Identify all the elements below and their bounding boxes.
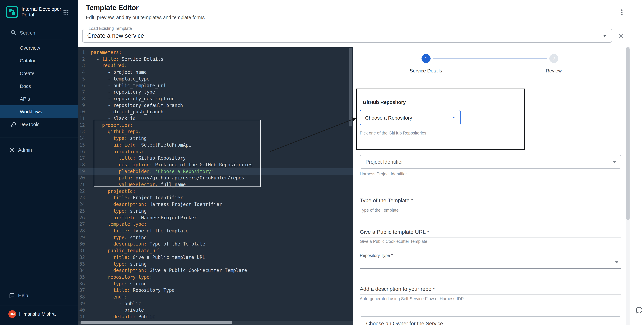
code-text: valueSelector: full_name <box>85 181 186 188</box>
code-line-8[interactable]: 8 - repositoty_description <box>78 96 354 102</box>
code-line-19[interactable]: 19 placeholder: 'Choose a Repository' <box>78 168 354 175</box>
dropdown-caret-icon <box>615 261 618 263</box>
sidebar-item-apis[interactable]: APIs <box>0 93 78 105</box>
code-line-14[interactable]: 14 type: string <box>78 135 354 142</box>
sidebar-item-overview[interactable]: Overview <box>0 41 78 54</box>
sidebar-search[interactable]: Search <box>10 29 35 36</box>
sidebar-item-workflows[interactable]: Workflows <box>0 105 78 118</box>
code-line-7[interactable]: 7 - repository_type <box>78 89 354 95</box>
repo-description-field[interactable]: Add a description to your repo * <box>360 286 435 292</box>
code-line-40[interactable]: 40 - private <box>78 307 354 314</box>
sidebar-item-help[interactable]: Help <box>0 289 78 302</box>
code-line-3[interactable]: 3 required: <box>78 62 354 69</box>
line-number: 25 <box>78 208 85 215</box>
sidebar-nav: OverviewCatalogCreateDocsAPIsWorkflows <box>0 41 78 118</box>
code-line-34[interactable]: 34 description: Give a Public Cookiecutt… <box>78 267 354 274</box>
line-number: 16 <box>78 148 85 155</box>
support-chat-icon[interactable] <box>635 306 643 314</box>
line-number: 34 <box>78 267 85 274</box>
devtools-label: DevTools <box>20 122 40 127</box>
code-line-32[interactable]: 32 title: Give a Public template URL <box>78 254 354 261</box>
line-number: 21 <box>78 181 85 188</box>
code-line-38[interactable]: 38 enum: <box>78 294 354 300</box>
line-number: 6 <box>78 82 85 89</box>
code-line-11[interactable]: 11 - slack_id <box>78 115 354 122</box>
search-icon <box>10 29 16 36</box>
sidebar-item-create[interactable]: Create <box>0 67 78 80</box>
code-text: type: string <box>85 261 147 267</box>
stepper-label-service-details: Service Details <box>399 68 453 73</box>
code-line-1[interactable]: 1parameters: <box>78 49 354 56</box>
code-line-17[interactable]: 17 title: GitHub Repository <box>78 155 354 162</box>
dropdown-caret-icon <box>603 35 606 37</box>
code-text: template_type: <box>85 221 147 228</box>
yaml-editor[interactable]: 1parameters:2 - title: Service Details3 … <box>78 47 354 325</box>
repository-type-underline[interactable] <box>360 268 621 269</box>
code-line-20[interactable]: 20 path: proxy/github-api/users/OrkoHunt… <box>78 175 354 181</box>
github-repository-select-value: Choose a Repository <box>365 115 412 120</box>
code-line-29[interactable]: 29 type: string <box>78 234 354 241</box>
line-number: 39 <box>78 300 85 307</box>
editor-horizontal-scrollbar-track[interactable] <box>78 321 354 325</box>
code-line-5[interactable]: 5 - template_type <box>78 76 354 82</box>
code-line-33[interactable]: 33 type: string <box>78 261 354 267</box>
code-line-25[interactable]: 25 type: string <box>78 208 354 215</box>
sidebar-item-catalog[interactable]: Catalog <box>0 54 78 67</box>
template-type-field[interactable]: Type of the Template * <box>360 198 413 204</box>
line-number: 10 <box>78 109 85 115</box>
code-line-9[interactable]: 9 - repository_default_branch <box>78 102 354 109</box>
code-lines: 1parameters:2 - title: Service Details3 … <box>78 49 354 325</box>
code-line-18[interactable]: 18 description: Pick one of the GitHub R… <box>78 162 354 168</box>
page-scrollbar-thumb[interactable] <box>626 47 630 220</box>
code-line-41[interactable]: 41 default: Public <box>78 314 354 320</box>
code-line-16[interactable]: 16 ui:options: <box>78 148 354 155</box>
code-line-15[interactable]: 15 ui:field: SelectFieldFromApi <box>78 142 354 148</box>
code-line-28[interactable]: 28 title: Type of the Template <box>78 228 354 234</box>
owner-select-card[interactable]: Choose an Owner for the Service <box>360 316 621 325</box>
code-text: projectId: <box>85 188 136 195</box>
line-number: 30 <box>78 241 85 248</box>
code-text: description: Type of the Template <box>85 241 205 248</box>
code-line-30[interactable]: 30 description: Type of the Template <box>78 241 354 248</box>
code-line-2[interactable]: 2 - title: Service Details <box>78 56 354 62</box>
code-line-21[interactable]: 21 valueSelector: full_name <box>78 181 354 188</box>
search-underline <box>20 39 62 40</box>
code-line-23[interactable]: 23 title: Project Identifier <box>78 195 354 201</box>
code-text: - public <box>85 300 141 307</box>
code-line-37[interactable]: 37 title: Repository Type <box>78 287 354 294</box>
code-line-39[interactable]: 39 - public <box>78 300 354 307</box>
code-line-4[interactable]: 4 - project_name <box>78 69 354 76</box>
code-line-26[interactable]: 26 ui:field: HarnessProjectPicker <box>78 215 354 221</box>
apps-grid-icon[interactable] <box>63 9 69 16</box>
sidebar: Internal Developer Portal Search Overvie… <box>0 0 78 325</box>
code-text: type: string <box>85 208 147 215</box>
code-line-22[interactable]: 22 projectId: <box>78 188 354 195</box>
code-line-6[interactable]: 6 - public_template_url <box>78 82 354 89</box>
sidebar-item-docs[interactable]: Docs <box>0 80 78 93</box>
code-line-13[interactable]: 13 github_repo: <box>78 129 354 135</box>
code-line-24[interactable]: 24 description: Harness Project Identifi… <box>78 201 354 208</box>
code-line-31[interactable]: 31 public_template_url: <box>78 248 354 254</box>
github-repository-select[interactable]: Choose a Repository <box>360 110 461 125</box>
code-line-27[interactable]: 27 template_type: <box>78 221 354 228</box>
kebab-menu-button[interactable] <box>619 9 624 18</box>
user-profile[interactable]: HM Himanshu Mishra <box>0 308 78 320</box>
clear-template-button[interactable] <box>617 32 624 39</box>
public-template-url-field[interactable]: Give a Public template URL * <box>360 229 429 235</box>
code-text: title: Repository Type <box>85 287 174 294</box>
code-text: path: proxy/github-api/users/OrkoHunter/… <box>85 175 244 181</box>
code-line-10[interactable]: 10 - direct_push_branch <box>78 109 354 115</box>
sidebar-item-admin[interactable]: Admin <box>0 144 78 156</box>
editor-vertical-scrollbar[interactable] <box>349 48 352 126</box>
load-template-select[interactable]: Load Existing Template Create a new serv… <box>82 29 612 43</box>
help-label: Help <box>18 293 28 298</box>
page-scrollbar-track[interactable] <box>626 47 630 325</box>
sidebar-item-devtools[interactable]: DevTools <box>0 118 78 131</box>
code-text: title: Project Identifier <box>85 195 183 201</box>
wrench-icon <box>10 122 16 127</box>
editor-horizontal-scrollbar-thumb[interactable] <box>80 321 232 324</box>
code-line-35[interactable]: 35 repository_type: <box>78 274 354 281</box>
project-identifier-select[interactable]: Project Identifier <box>360 155 621 169</box>
code-line-36[interactable]: 36 type: string <box>78 281 354 287</box>
code-line-12[interactable]: 12 properties: <box>78 122 354 128</box>
